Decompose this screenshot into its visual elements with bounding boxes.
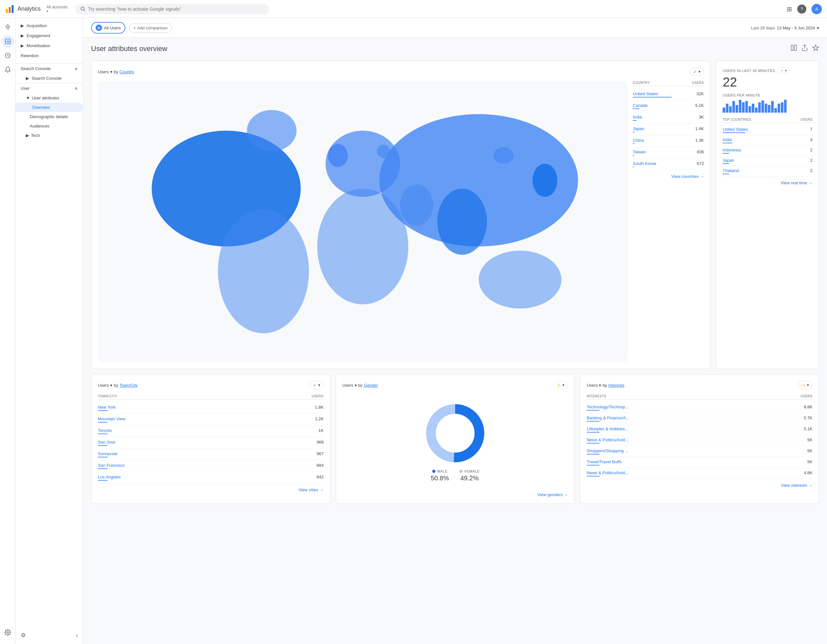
city-name[interactable]: Mountain View: [98, 417, 125, 421]
interests-card-title: Users ▾ by Interests ⚠ ▾: [587, 381, 813, 389]
sidebar-item-monetisation[interactable]: ▶ Monetisation: [16, 40, 83, 51]
tc-country-name[interactable]: Thailand: [722, 168, 739, 173]
view-countries-link[interactable]: View countries →: [633, 174, 704, 179]
add-comparison-button[interactable]: + Add comparison: [129, 23, 172, 33]
interest-name[interactable]: News & Politics/Avid...: [587, 437, 628, 442]
sidebar-item-demographic[interactable]: Demographic details: [16, 112, 83, 121]
rail-reports[interactable]: [1, 35, 14, 48]
country-name[interactable]: Japan: [633, 126, 644, 131]
map-dimension[interactable]: Country: [120, 69, 134, 74]
rail-home[interactable]: [1, 21, 14, 34]
interest-name[interactable]: Lifestyles & Hobbies...: [587, 426, 628, 431]
main-content: A All Users + Add comparison Last 28 day…: [83, 18, 827, 509]
all-users-segment[interactable]: A All Users: [91, 22, 125, 34]
country-map-card: Users ▾ by Country ✓ ▾: [91, 61, 711, 369]
country-name[interactable]: Canada: [633, 103, 648, 108]
interests-metric: Users: [587, 383, 598, 388]
sidebar-item-acquisition[interactable]: ▶ Acquisition: [16, 21, 83, 31]
view-genders-label: View genders →: [537, 492, 568, 497]
tc-users: 2: [810, 168, 813, 174]
top-navigation: Analytics All accounts ▾ ⊞ ? A: [0, 0, 827, 18]
country-name[interactable]: Taiwan: [633, 149, 646, 154]
interest-name[interactable]: Travel/Travel Buffs: [587, 459, 621, 464]
search-input[interactable]: [88, 6, 264, 12]
city-name[interactable]: New York: [98, 405, 115, 410]
city-filter-button[interactable]: ✓ ▾: [309, 381, 324, 389]
tc-country-name[interactable]: India: [722, 137, 732, 142]
city-name[interactable]: Los Angeles: [98, 474, 121, 479]
city-name[interactable]: San Francisco: [98, 463, 125, 468]
table-row: South Korea 672: [633, 159, 704, 170]
expand-icon: ▶: [21, 23, 24, 28]
sidebar-item-label: Retention: [21, 53, 39, 58]
female-dot: [459, 470, 463, 473]
sidebar-item-overview[interactable]: Overview: [16, 103, 83, 112]
svg-rect-1: [9, 7, 11, 13]
global-search[interactable]: [75, 4, 269, 14]
interest-name[interactable]: Banking & Finance/A...: [587, 415, 629, 420]
realtime-label: USERS IN LAST 30 MINUTES: [722, 69, 775, 73]
tc-country-name[interactable]: Indonesia: [722, 148, 741, 152]
country-name[interactable]: South Korea: [633, 161, 656, 166]
svg-point-18: [218, 209, 309, 333]
bar: [729, 106, 732, 113]
interest-users: 4.8K: [804, 470, 813, 476]
realtime-filter-btn[interactable]: ✓ ▾: [777, 67, 790, 74]
city-dimension[interactable]: Town/City: [120, 383, 137, 388]
app-logo[interactable]: Analytics: [5, 5, 41, 14]
country-name[interactable]: India: [633, 115, 642, 120]
country-name[interactable]: United States: [633, 91, 672, 96]
svg-point-12: [247, 110, 296, 151]
insights-button[interactable]: [812, 44, 819, 53]
interests-filter-button[interactable]: ⚠ ▾: [798, 381, 813, 389]
help-button[interactable]: ?: [797, 5, 806, 14]
date-range-picker[interactable]: Last 28 days 13 May - 9 Jun 2024 ▾: [751, 25, 819, 30]
sidebar-item-tech[interactable]: ▶ Tech: [16, 131, 83, 140]
interest-name[interactable]: News & Politics/Avid...: [587, 470, 628, 475]
compare-view-button[interactable]: [790, 44, 797, 53]
city-name[interactable]: San Jose: [98, 440, 115, 445]
tc-country-name[interactable]: Japan: [722, 158, 734, 163]
users-value: 3K: [699, 115, 704, 121]
gender-dimension[interactable]: Gender: [364, 383, 378, 388]
user-avatar[interactable]: A: [811, 4, 822, 14]
gender-filter-button[interactable]: ⚠ ▾: [553, 381, 568, 389]
interests-dimension[interactable]: Interests: [608, 383, 624, 388]
warning-icon: ⚠: [802, 383, 806, 388]
svg-point-17: [479, 250, 562, 308]
interest-name[interactable]: Shoppers/Shopping ...: [587, 448, 628, 453]
view-realtime-link[interactable]: View real time →: [722, 180, 813, 185]
sidebar-section-user[interactable]: User ∧: [16, 83, 83, 93]
account-switcher[interactable]: All accounts ▾: [47, 5, 67, 13]
apps-grid-icon[interactable]: ⊞: [786, 5, 792, 13]
tc-country-name[interactable]: United States: [722, 127, 748, 132]
sidebar-item-retention[interactable]: Retention: [16, 51, 83, 61]
city-by-text: by: [114, 383, 118, 388]
map-filter-button[interactable]: ✓ ▾: [690, 67, 704, 76]
sidebar-item-search-console[interactable]: ▶ Search Console: [16, 74, 83, 83]
interest-name[interactable]: Technology/Technop...: [587, 404, 628, 409]
view-interests-link[interactable]: View interests →: [587, 483, 813, 488]
country-table-header: COUNTRY USERS: [633, 81, 704, 86]
view-genders-link[interactable]: View genders →: [342, 492, 568, 497]
sidebar-item-label: Engagement: [27, 33, 50, 38]
sidebar-section-search-console[interactable]: Search Console ∧: [16, 63, 83, 74]
share-button[interactable]: [801, 44, 808, 53]
table-row: Shoppers/Shopping ... 5K: [587, 446, 813, 457]
country-name[interactable]: China: [633, 138, 644, 143]
city-name[interactable]: Toronto: [98, 428, 112, 433]
bar: [739, 100, 741, 113]
sidebar-item-label: Search Console: [32, 76, 62, 81]
map-by-text: by: [114, 69, 118, 74]
view-cities-link[interactable]: View cities →: [98, 487, 324, 492]
city-name[interactable]: Sunnyvale: [98, 451, 118, 456]
sidebar-item-user-attributes[interactable]: ▼ User attributes: [16, 93, 83, 103]
rail-explore[interactable]: [1, 49, 14, 62]
check-icon: ✓: [693, 69, 697, 74]
realtime-card: USERS IN LAST 30 MINUTES ✓ ▾ 22 USERS PE…: [716, 61, 819, 369]
sidebar-item-audiences[interactable]: Audiences: [16, 121, 83, 131]
rail-alerts[interactable]: [1, 63, 14, 76]
expand-icon: ▶: [26, 76, 29, 81]
sidebar-item-engagement[interactable]: ▶ Engagement: [16, 31, 83, 40]
tc-row: India 3: [722, 135, 813, 146]
